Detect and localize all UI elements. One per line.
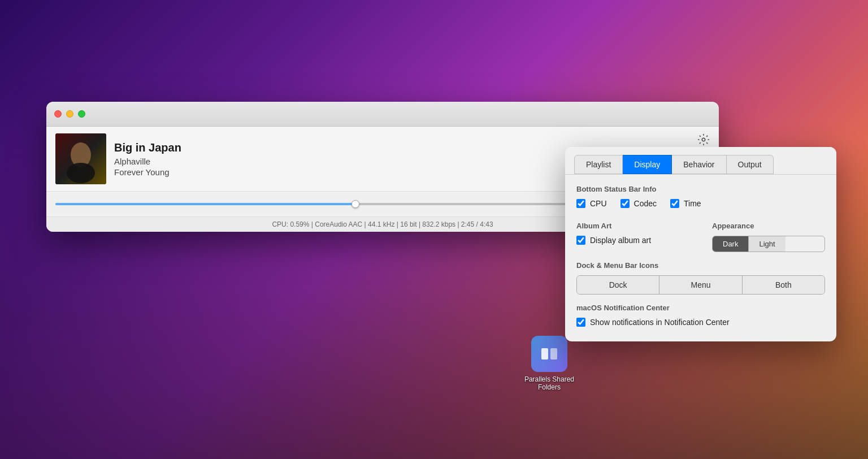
- codec-label: Codec: [634, 199, 657, 208]
- time-checkbox-row: Time: [670, 199, 701, 208]
- notification-checkbox[interactable]: [576, 318, 585, 327]
- svg-rect-0: [541, 348, 548, 360]
- traffic-lights: [54, 110, 85, 118]
- codec-checkbox-row: Codec: [620, 199, 657, 208]
- dock-menu-section-label: Dock & Menu Bar Icons: [576, 261, 825, 270]
- menu-button[interactable]: Menu: [659, 276, 741, 294]
- settings-body: Bottom Status Bar Info CPU Codec Time Al…: [565, 175, 836, 341]
- display-album-art-label: Display album art: [590, 236, 651, 245]
- dock-button[interactable]: Dock: [577, 276, 659, 294]
- parallels-icon: [531, 336, 567, 372]
- appearance-toggle: Dark Light: [712, 236, 825, 252]
- cpu-label: CPU: [590, 199, 607, 208]
- dock-menu-buttons: Dock Menu Both: [576, 275, 825, 295]
- settings-tabs: Playlist Display Behavior Output: [565, 147, 836, 175]
- svg-point-6: [702, 138, 705, 141]
- light-mode-button[interactable]: Light: [748, 236, 785, 252]
- notification-checkbox-row: Show notifications in Notification Cente…: [576, 318, 825, 327]
- notification-section-label: macOS Notification Center: [576, 304, 825, 312]
- album-art-image: [55, 133, 106, 184]
- album-appearance-row: Album Art Display album art Appearance D…: [576, 222, 825, 252]
- maximize-button[interactable]: [78, 110, 85, 118]
- dark-mode-button[interactable]: Dark: [713, 236, 748, 252]
- codec-checkbox[interactable]: [620, 199, 630, 208]
- minimize-button[interactable]: [66, 110, 73, 118]
- desktop-icon-parallels[interactable]: Parallels Shared Folders: [524, 336, 574, 391]
- display-album-art-checkbox[interactable]: [576, 236, 585, 245]
- close-button[interactable]: [54, 110, 62, 118]
- bottom-status-section-label: Bottom Status Bar Info: [576, 185, 825, 193]
- tab-display[interactable]: Display: [623, 155, 672, 174]
- settings-panel: Playlist Display Behavior Output Bottom …: [565, 147, 836, 341]
- progress-fill: [55, 203, 355, 205]
- album-art-section-label: Album Art: [576, 222, 689, 230]
- appearance-section: Appearance Dark Light: [712, 222, 825, 252]
- svg-rect-1: [550, 348, 557, 360]
- time-label: Time: [684, 199, 701, 208]
- progress-bar[interactable]: [55, 203, 601, 205]
- status-bar-checkboxes: CPU Codec Time: [576, 199, 825, 213]
- album-art-section: Album Art Display album art: [576, 222, 689, 249]
- svg-rect-5: [55, 133, 106, 184]
- album-art-display: [55, 133, 106, 184]
- tab-output[interactable]: Output: [727, 155, 774, 174]
- both-button[interactable]: Both: [742, 276, 824, 294]
- time-checkbox[interactable]: [670, 199, 679, 208]
- appearance-section-label: Appearance: [712, 222, 825, 230]
- cpu-checkbox-row: CPU: [576, 199, 607, 208]
- cpu-checkbox[interactable]: [576, 199, 585, 208]
- progress-thumb[interactable]: [351, 200, 359, 208]
- progress-container[interactable]: [55, 203, 601, 205]
- parallels-icon-label: Parallels Shared Folders: [524, 375, 574, 391]
- display-album-art-row: Display album art: [576, 236, 689, 245]
- settings-button-player[interactable]: [697, 133, 710, 148]
- tab-playlist[interactable]: Playlist: [574, 155, 623, 174]
- notification-label: Show notifications in Notification Cente…: [590, 318, 730, 327]
- tab-behavior[interactable]: Behavior: [672, 155, 726, 174]
- window-titlebar: [46, 102, 719, 127]
